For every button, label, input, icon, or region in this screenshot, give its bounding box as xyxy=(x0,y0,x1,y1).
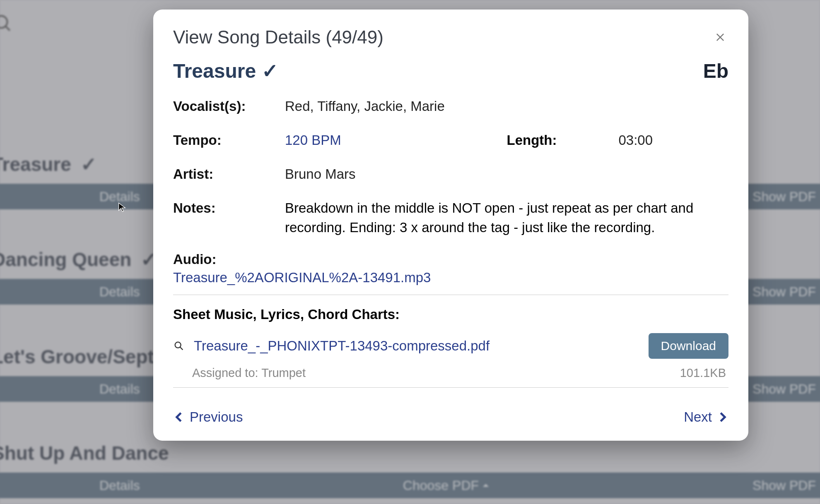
assigned-to: Assigned to: Trumpet xyxy=(192,366,306,380)
previous-button[interactable]: Previous xyxy=(173,409,243,425)
close-button[interactable] xyxy=(712,29,728,46)
next-button[interactable]: Next xyxy=(684,409,728,425)
song-details-modal: View Song Details (49/49) Treasure ✓ Eb … xyxy=(153,10,748,441)
notes-value: Breakdown in the middle is NOT open - ju… xyxy=(285,198,728,238)
length-label: Length: xyxy=(507,130,619,150)
tempo-label: Tempo: xyxy=(173,130,285,150)
artist-value: Bruno Mars xyxy=(285,164,356,184)
svg-point-4 xyxy=(175,342,181,348)
file-size: 101.1KB xyxy=(680,366,726,380)
chevron-left-icon xyxy=(173,411,186,423)
divider xyxy=(173,295,728,295)
next-label: Next xyxy=(684,409,712,425)
audio-label: Audio: xyxy=(173,252,728,267)
chevron-right-icon xyxy=(716,411,728,423)
tempo-value[interactable]: 120 BPM xyxy=(285,130,341,150)
song-key: Eb xyxy=(703,60,728,82)
sheet-music-label: Sheet Music, Lyrics, Chord Charts: xyxy=(173,307,728,322)
close-icon xyxy=(714,31,726,43)
check-icon: ✓ xyxy=(262,59,278,82)
notes-label: Notes: xyxy=(173,198,285,238)
vocalists-value: Red, Tiffany, Jackie, Marie xyxy=(285,96,445,116)
svg-line-5 xyxy=(180,347,183,350)
sheet-file-link[interactable]: Treasure_-_PHONIXTPT-13493-compressed.pd… xyxy=(194,338,639,354)
song-title: Treasure xyxy=(173,60,256,82)
download-button[interactable]: Download xyxy=(649,333,728,359)
modal-title: View Song Details (49/49) xyxy=(173,27,383,48)
artist-label: Artist: xyxy=(173,164,285,184)
previous-label: Previous xyxy=(190,409,243,425)
vocalists-label: Vocalist(s): xyxy=(173,96,285,116)
length-value: 03:00 xyxy=(619,130,653,150)
magnify-icon[interactable] xyxy=(173,340,185,352)
audio-file-link[interactable]: Treasure_%2AORIGINAL%2A-13491.mp3 xyxy=(173,270,728,292)
